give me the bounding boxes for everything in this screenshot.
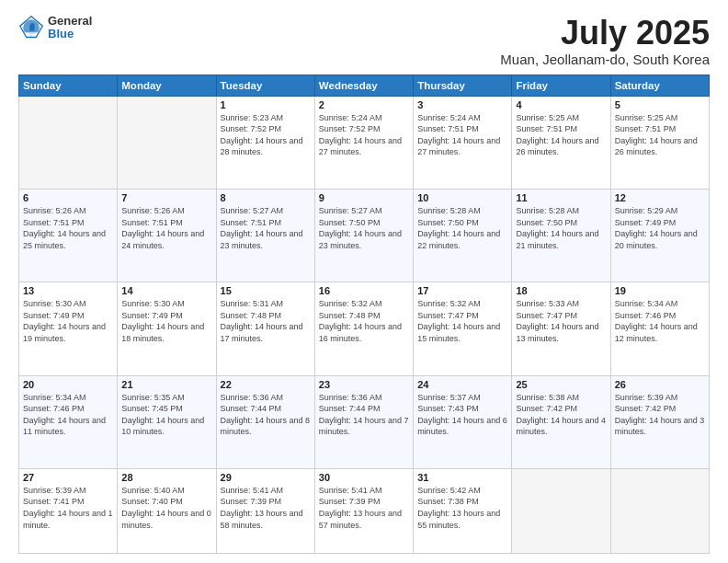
day-detail: Sunrise: 5:33 AMSunset: 7:47 PMDaylight:… [516,298,606,344]
table-row: 1Sunrise: 5:23 AMSunset: 7:52 PMDaylight… [216,96,314,189]
day-number: 24 [417,379,507,390]
table-row: 18Sunrise: 5:33 AMSunset: 7:47 PMDayligh… [512,282,610,375]
day-number: 22 [221,379,311,390]
day-detail: Sunrise: 5:39 AMSunset: 7:42 PMDaylight:… [615,392,705,438]
table-row: 8Sunrise: 5:27 AMSunset: 7:51 PMDaylight… [216,189,314,282]
day-number: 18 [516,285,606,296]
day-number: 26 [615,379,705,390]
col-saturday: Saturday [610,75,709,96]
day-number: 31 [417,472,507,483]
day-number: 27 [23,472,113,483]
table-row: 19Sunrise: 5:34 AMSunset: 7:46 PMDayligh… [610,282,709,375]
day-detail: Sunrise: 5:24 AMSunset: 7:51 PMDaylight:… [417,112,507,158]
table-row: 20Sunrise: 5:34 AMSunset: 7:46 PMDayligh… [19,375,118,468]
page: General Blue July 2025 Muan, Jeollanam-d… [0,0,728,563]
calendar-table: Sunday Monday Tuesday Wednesday Thursday… [18,75,710,554]
table-row: 14Sunrise: 5:30 AMSunset: 7:49 PMDayligh… [118,282,216,375]
calendar-week-row: 1Sunrise: 5:23 AMSunset: 7:52 PMDaylight… [19,96,710,189]
day-detail: Sunrise: 5:30 AMSunset: 7:49 PMDaylight:… [23,298,113,344]
day-detail: Sunrise: 5:34 AMSunset: 7:46 PMDaylight:… [23,392,113,438]
calendar-header-row: Sunday Monday Tuesday Wednesday Thursday… [19,75,710,96]
day-detail: Sunrise: 5:26 AMSunset: 7:51 PMDaylight:… [121,205,211,251]
day-number: 10 [417,192,507,203]
logo: General Blue [18,15,92,41]
day-number: 6 [23,192,113,203]
day-detail: Sunrise: 5:36 AMSunset: 7:44 PMDaylight:… [319,392,409,438]
day-detail: Sunrise: 5:32 AMSunset: 7:47 PMDaylight:… [417,298,507,344]
calendar-week-row: 27Sunrise: 5:39 AMSunset: 7:41 PMDayligh… [19,468,710,553]
day-number: 13 [23,285,113,296]
day-detail: Sunrise: 5:36 AMSunset: 7:44 PMDaylight:… [221,392,311,438]
day-detail: Sunrise: 5:27 AMSunset: 7:50 PMDaylight:… [319,205,409,251]
col-monday: Monday [118,75,216,96]
table-row: 17Sunrise: 5:32 AMSunset: 7:47 PMDayligh… [414,282,512,375]
day-detail: Sunrise: 5:37 AMSunset: 7:43 PMDaylight:… [417,392,507,438]
day-detail: Sunrise: 5:24 AMSunset: 7:52 PMDaylight:… [319,112,409,158]
table-row: 2Sunrise: 5:24 AMSunset: 7:52 PMDaylight… [314,96,413,189]
day-detail: Sunrise: 5:35 AMSunset: 7:45 PMDaylight:… [121,392,211,438]
col-friday: Friday [512,75,610,96]
day-number: 30 [319,472,409,483]
day-number: 25 [516,379,606,390]
day-detail: Sunrise: 5:31 AMSunset: 7:48 PMDaylight:… [221,298,311,344]
col-tuesday: Tuesday [216,75,314,96]
day-detail: Sunrise: 5:38 AMSunset: 7:42 PMDaylight:… [516,392,606,438]
table-row: 3Sunrise: 5:24 AMSunset: 7:51 PMDaylight… [414,96,512,189]
table-row: 29Sunrise: 5:41 AMSunset: 7:39 PMDayligh… [216,468,314,553]
day-number: 1 [221,99,311,110]
table-row: 21Sunrise: 5:35 AMSunset: 7:45 PMDayligh… [118,375,216,468]
table-row: 23Sunrise: 5:36 AMSunset: 7:44 PMDayligh… [314,375,413,468]
table-row: 30Sunrise: 5:41 AMSunset: 7:39 PMDayligh… [314,468,413,553]
day-detail: Sunrise: 5:28 AMSunset: 7:50 PMDaylight:… [417,205,507,251]
logo-text: General Blue [48,15,92,41]
col-sunday: Sunday [19,75,118,96]
table-row [118,96,216,189]
day-detail: Sunrise: 5:29 AMSunset: 7:49 PMDaylight:… [615,205,705,251]
table-row: 24Sunrise: 5:37 AMSunset: 7:43 PMDayligh… [414,375,512,468]
table-row: 7Sunrise: 5:26 AMSunset: 7:51 PMDaylight… [118,189,216,282]
logo-icon [18,15,44,40]
day-number: 23 [319,379,409,390]
day-number: 12 [615,192,705,203]
table-row: 10Sunrise: 5:28 AMSunset: 7:50 PMDayligh… [414,189,512,282]
day-detail: Sunrise: 5:28 AMSunset: 7:50 PMDaylight:… [516,205,606,251]
day-number: 3 [417,99,507,110]
table-row: 13Sunrise: 5:30 AMSunset: 7:49 PMDayligh… [19,282,118,375]
table-row: 4Sunrise: 5:25 AMSunset: 7:51 PMDaylight… [512,96,610,189]
table-row: 15Sunrise: 5:31 AMSunset: 7:48 PMDayligh… [216,282,314,375]
day-number: 21 [121,379,211,390]
table-row: 27Sunrise: 5:39 AMSunset: 7:41 PMDayligh… [19,468,118,553]
day-detail: Sunrise: 5:26 AMSunset: 7:51 PMDaylight:… [23,205,113,251]
day-detail: Sunrise: 5:25 AMSunset: 7:51 PMDaylight:… [516,112,606,158]
table-row: 28Sunrise: 5:40 AMSunset: 7:40 PMDayligh… [118,468,216,553]
table-row: 5Sunrise: 5:25 AMSunset: 7:51 PMDaylight… [610,96,709,189]
col-wednesday: Wednesday [314,75,413,96]
calendar-week-row: 6Sunrise: 5:26 AMSunset: 7:51 PMDaylight… [19,189,710,282]
day-detail: Sunrise: 5:30 AMSunset: 7:49 PMDaylight:… [121,298,211,344]
logo-blue-text: Blue [48,28,92,40]
table-row: 12Sunrise: 5:29 AMSunset: 7:49 PMDayligh… [610,189,709,282]
header: General Blue July 2025 Muan, Jeollanam-d… [18,15,710,67]
table-row: 9Sunrise: 5:27 AMSunset: 7:50 PMDaylight… [314,189,413,282]
table-row [512,468,610,553]
day-number: 16 [319,285,409,296]
day-detail: Sunrise: 5:25 AMSunset: 7:51 PMDaylight:… [615,112,705,158]
table-row: 6Sunrise: 5:26 AMSunset: 7:51 PMDaylight… [19,189,118,282]
day-number: 28 [121,472,211,483]
table-row [19,96,118,189]
day-detail: Sunrise: 5:39 AMSunset: 7:41 PMDaylight:… [23,485,113,531]
day-number: 2 [319,99,409,110]
table-row: 26Sunrise: 5:39 AMSunset: 7:42 PMDayligh… [610,375,709,468]
day-number: 11 [516,192,606,203]
calendar-week-row: 13Sunrise: 5:30 AMSunset: 7:49 PMDayligh… [19,282,710,375]
calendar-week-row: 20Sunrise: 5:34 AMSunset: 7:46 PMDayligh… [19,375,710,468]
day-number: 9 [319,192,409,203]
day-number: 29 [221,472,311,483]
table-row: 25Sunrise: 5:38 AMSunset: 7:42 PMDayligh… [512,375,610,468]
table-row [610,468,709,553]
day-detail: Sunrise: 5:41 AMSunset: 7:39 PMDaylight:… [319,485,409,531]
day-detail: Sunrise: 5:32 AMSunset: 7:48 PMDaylight:… [319,298,409,344]
col-thursday: Thursday [414,75,512,96]
table-row: 22Sunrise: 5:36 AMSunset: 7:44 PMDayligh… [216,375,314,468]
day-number: 14 [121,285,211,296]
